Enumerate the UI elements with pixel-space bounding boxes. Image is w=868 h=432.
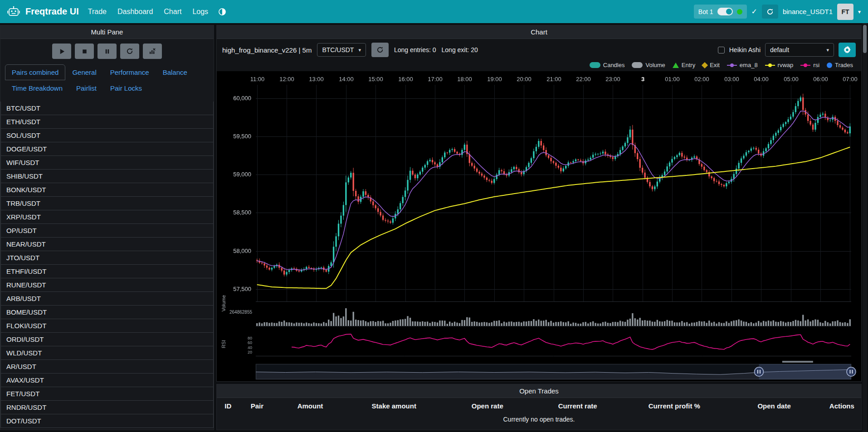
multi-pane-header: Multi Pane <box>0 25 214 39</box>
plot-config-select[interactable]: default ▾ <box>765 43 834 57</box>
pair-list-item[interactable]: ORDI/USDT <box>0 332 214 346</box>
pair-list-item[interactable]: RUNE/USDT <box>0 278 214 292</box>
pair-list: BTC/USDTETH/USDTSOL/USDTDOGE/USDTWIF/USD… <box>0 102 214 430</box>
line-dot <box>804 63 807 67</box>
tab-performance[interactable]: Performance <box>103 64 156 80</box>
long-exit-text: Long exit: 20 <box>442 46 478 53</box>
page-scrollbar-track[interactable] <box>863 23 867 432</box>
col-current-profit-: Current profit % <box>623 398 726 414</box>
tab-general[interactable]: General <box>65 64 103 80</box>
pair-list-item[interactable]: TRB/USDT <box>0 196 214 210</box>
legend-label: ema_8 <box>740 62 758 68</box>
nav-item-logs[interactable]: Logs <box>192 8 208 16</box>
pair-list-item[interactable]: AVAX/USDT <box>0 373 214 387</box>
pair-list-item[interactable]: ARB/USDT <box>0 291 214 306</box>
pair-list-item[interactable]: ETHFI/USDT <box>0 264 214 278</box>
chart-toolbar-right: Heikin Ashi default ▾ <box>718 43 856 57</box>
pair-list-item[interactable]: RNDR/USDT <box>0 400 214 414</box>
col-actions: Actions <box>823 398 861 414</box>
plot-config-value: default <box>770 46 789 53</box>
chevron-down-icon: ▾ <box>826 47 829 53</box>
avatar[interactable]: FT <box>837 4 853 20</box>
pair-list-item[interactable]: NEAR/USDT <box>0 237 214 251</box>
chart-toolbar: high_frog_binance_v226 | 5m BTC/USDT ▾ L… <box>217 39 861 61</box>
left-panel-tabs: Pairs combinedGeneralPerformanceBalanceT… <box>0 64 214 96</box>
pair-list-item[interactable]: WLD/USDT <box>0 346 214 360</box>
pair-list-item[interactable]: BTC/USDT <box>0 102 214 115</box>
nav-item-chart[interactable]: Chart <box>164 8 181 16</box>
heikin-ashi-checkbox[interactable] <box>718 47 725 53</box>
pair-list-item[interactable]: AR/USDT <box>0 359 214 374</box>
pair-list-item[interactable]: FLOKI/USDT <box>0 319 214 333</box>
pair-list-item[interactable]: WIF/USDT <box>0 155 214 170</box>
start-button[interactable] <box>52 44 71 59</box>
pause-button[interactable] <box>98 44 117 59</box>
pair-list-item[interactable]: JTO/USDT <box>0 251 214 265</box>
pair-list-item[interactable]: XRP/USDT <box>0 210 214 224</box>
refresh-chart-button[interactable] <box>371 43 389 57</box>
col-current-rate: Current rate <box>532 398 623 414</box>
bot-selector[interactable]: Bot 1 <box>694 5 747 19</box>
pair-list-item[interactable]: ETH/USDT <box>0 115 214 129</box>
open-trades-table: IDPairAmountStake amountOpen rateCurrent… <box>217 398 861 425</box>
candlestick-chart[interactable] <box>217 71 861 381</box>
tab-balance[interactable]: Balance <box>156 64 194 80</box>
open-trades-header: Open Trades <box>217 384 861 398</box>
col-amount: Amount <box>275 398 346 414</box>
legend-entry[interactable]: Entry <box>673 62 695 68</box>
pair-list-item[interactable]: BOME/USDT <box>0 305 214 319</box>
legend-exit[interactable]: Exit <box>702 62 720 68</box>
legend-volume[interactable]: Volume <box>632 62 665 68</box>
tab-pairs-combined[interactable]: Pairs combined <box>5 64 65 80</box>
candles-marker-icon <box>590 62 600 68</box>
pair-select-value: BTC/USDT <box>322 46 354 53</box>
col-id: ID <box>217 398 239 414</box>
reload-bot-button[interactable] <box>762 5 778 19</box>
legend-rsi[interactable]: rsi <box>800 62 819 68</box>
tab-pair-locks[interactable]: Pair Locks <box>103 80 149 96</box>
tab-pairlist[interactable]: Pairlist <box>69 80 103 96</box>
exit-marker-icon <box>702 62 708 68</box>
chart-panel: Chart high_frog_binance_v226 | 5m BTC/US… <box>216 25 862 382</box>
legend-candles[interactable]: Candles <box>590 62 625 68</box>
ema_8-marker-icon <box>727 65 737 66</box>
trades-marker-icon <box>827 63 832 68</box>
legend-ema_8[interactable]: ema_8 <box>727 62 758 68</box>
long-entries-text: Long entries: 0 <box>394 46 436 53</box>
page-scrollbar-thumb[interactable] <box>863 25 867 53</box>
legend-label: Volume <box>645 62 665 68</box>
plot-settings-button[interactable] <box>839 43 856 57</box>
clear-plots-button[interactable] <box>143 44 162 59</box>
pair-list-item[interactable]: DOT/USDT <box>0 414 214 428</box>
pair-list-item[interactable]: SHIB/USDT <box>0 169 214 183</box>
check-icon: ✓ <box>751 7 757 16</box>
open-trades-panel: Open Trades IDPairAmountStake amountOpen… <box>216 384 862 430</box>
legend-label: Trades <box>835 62 853 68</box>
stop-button[interactable] <box>75 44 94 59</box>
pair-list-item[interactable]: DOGE/USDT <box>0 142 214 156</box>
nav-item-dashboard[interactable]: Dashboard <box>117 8 153 16</box>
pair-list-item[interactable]: SOL/USDT <box>0 128 214 142</box>
legend-label: rsi <box>813 62 819 68</box>
strategy-name: high_frog_binance_v226 | 5m <box>222 46 312 54</box>
chart-canvas[interactable] <box>217 71 861 381</box>
reload-config-button[interactable] <box>120 44 139 59</box>
pair-list-item[interactable]: OP/USDT <box>0 223 214 238</box>
app-title[interactable]: Freqtrade UI <box>25 6 79 17</box>
col-pair: Pair <box>239 398 275 414</box>
legend-rvwap[interactable]: rvwap <box>765 62 794 68</box>
main-content: Multi Pane Pairs combinedGeneralPerforma… <box>0 23 868 430</box>
tab-time-breakdown[interactable]: Time Breakdown <box>5 80 69 96</box>
chevron-down-icon[interactable]: ▾ <box>858 9 861 15</box>
legend-label: Entry <box>682 62 695 68</box>
col-open-date: Open date <box>726 398 823 414</box>
theme-toggle-icon[interactable] <box>218 8 226 16</box>
heikin-ashi-label: Heikin Ashi <box>729 46 761 53</box>
bot-toggle[interactable] <box>717 8 733 15</box>
main-nav: TradeDashboardChartLogs <box>88 8 208 16</box>
nav-item-trade[interactable]: Trade <box>88 8 107 16</box>
pair-select[interactable]: BTC/USDT ▾ <box>317 43 366 57</box>
legend-trades[interactable]: Trades <box>827 62 853 68</box>
pair-list-item[interactable]: BONK/USDT <box>0 183 214 197</box>
pair-list-item[interactable]: FET/USDT <box>0 387 214 401</box>
